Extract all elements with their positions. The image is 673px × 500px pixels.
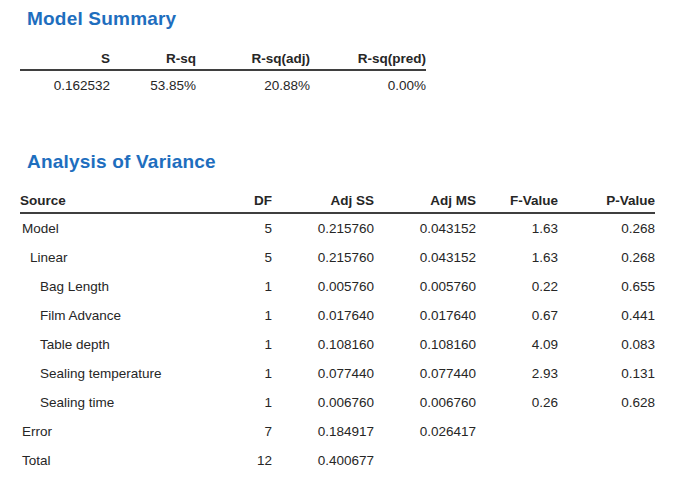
source-cell: Bag Length (20, 271, 235, 300)
anova-title: Analysis of Variance (27, 151, 673, 173)
f-value-cell (476, 416, 558, 445)
table-row: Film Advance10.0176400.0176400.670.441 (20, 300, 655, 329)
adj-ss-cell: 0.005760 (272, 271, 374, 300)
df-cell: 5 (235, 213, 272, 242)
source-cell: Linear (20, 242, 235, 271)
adj-ms-cell: 0.017640 (374, 300, 476, 329)
f-value-cell: 1.63 (476, 213, 558, 242)
header-row: Source DF Adj SS Adj MS F-Value P-Value (20, 187, 655, 213)
s-value-cell: 0.162532 (20, 70, 110, 97)
adj-ms-cell: 0.026417 (374, 416, 476, 445)
f-value-cell: 2.93 (476, 358, 558, 387)
table-row: Bag Length10.0057600.0057600.220.655 (20, 271, 655, 300)
column-header-source: Source (20, 187, 235, 213)
source-cell: Model (20, 213, 235, 242)
adj-ms-cell (374, 445, 476, 474)
source-cell: Error (20, 416, 235, 445)
minitab-output-pane: Model Summary S R-sq R-sq(adj) R-sq(pred… (0, 0, 673, 474)
adj-ms-cell: 0.108160 (374, 329, 476, 358)
anova-section: Analysis of Variance Source DF Adj SS Ad… (20, 151, 673, 474)
df-cell: 7 (235, 416, 272, 445)
p-value-cell: 0.628 (558, 387, 655, 416)
table-row: Linear50.2157600.0431521.630.268 (20, 242, 655, 271)
table-row: Error70.1849170.026417 (20, 416, 655, 445)
p-value-cell: 0.655 (558, 271, 655, 300)
df-cell: 1 (235, 387, 272, 416)
column-header-p-value: P-Value (558, 187, 655, 213)
adj-ss-cell: 0.006760 (272, 387, 374, 416)
table-row: Total120.400677 (20, 445, 655, 474)
table-row: 0.162532 53.85% 20.88% 0.00% (20, 70, 426, 97)
adj-ss-cell: 0.184917 (272, 416, 374, 445)
source-cell: Total (20, 445, 235, 474)
adj-ss-cell: 0.400677 (272, 445, 374, 474)
adj-ss-cell: 0.077440 (272, 358, 374, 387)
f-value-cell (476, 445, 558, 474)
adj-ms-cell: 0.077440 (374, 358, 476, 387)
f-value-cell: 0.22 (476, 271, 558, 300)
column-header-rsq: R-sq (110, 46, 196, 70)
df-cell: 1 (235, 300, 272, 329)
adj-ms-cell: 0.043152 (374, 242, 476, 271)
table-row: Sealing temperature10.0774400.0774402.93… (20, 358, 655, 387)
source-cell: Sealing time (20, 387, 235, 416)
source-cell: Sealing temperature (20, 358, 235, 387)
df-cell: 12 (235, 445, 272, 474)
p-value-cell: 0.441 (558, 300, 655, 329)
p-value-cell (558, 416, 655, 445)
df-cell: 1 (235, 329, 272, 358)
header-row: S R-sq R-sq(adj) R-sq(pred) (20, 46, 426, 70)
df-cell: 5 (235, 242, 272, 271)
source-cell: Table depth (20, 329, 235, 358)
model-summary-title: Model Summary (27, 8, 673, 30)
adj-ss-cell: 0.215760 (272, 242, 374, 271)
df-cell: 1 (235, 358, 272, 387)
adj-ss-cell: 0.215760 (272, 213, 374, 242)
adj-ms-cell: 0.006760 (374, 387, 476, 416)
adj-ms-cell: 0.043152 (374, 213, 476, 242)
rsq-value-cell: 53.85% (110, 70, 196, 97)
p-value-cell: 0.131 (558, 358, 655, 387)
p-value-cell: 0.268 (558, 213, 655, 242)
column-header-s: S (20, 46, 110, 70)
rsq-adj-value-cell: 20.88% (196, 70, 310, 97)
column-header-df: DF (235, 187, 272, 213)
p-value-cell: 0.268 (558, 242, 655, 271)
f-value-cell: 0.26 (476, 387, 558, 416)
source-cell: Film Advance (20, 300, 235, 329)
anova-table: Source DF Adj SS Adj MS F-Value P-Value … (20, 187, 655, 474)
f-value-cell: 1.63 (476, 242, 558, 271)
model-summary-section: Model Summary S R-sq R-sq(adj) R-sq(pred… (20, 8, 673, 97)
column-header-rsq-adj: R-sq(adj) (196, 46, 310, 70)
p-value-cell (558, 445, 655, 474)
table-row: Table depth10.1081600.1081604.090.083 (20, 329, 655, 358)
adj-ss-cell: 0.108160 (272, 329, 374, 358)
p-value-cell: 0.083 (558, 329, 655, 358)
column-header-f-value: F-Value (476, 187, 558, 213)
rsq-pred-value-cell: 0.00% (310, 70, 426, 97)
adj-ms-cell: 0.005760 (374, 271, 476, 300)
f-value-cell: 4.09 (476, 329, 558, 358)
f-value-cell: 0.67 (476, 300, 558, 329)
table-row: Sealing time10.0067600.0067600.260.628 (20, 387, 655, 416)
adj-ss-cell: 0.017640 (272, 300, 374, 329)
model-summary-table: S R-sq R-sq(adj) R-sq(pred) 0.162532 53.… (20, 46, 426, 97)
df-cell: 1 (235, 271, 272, 300)
column-header-rsq-pred: R-sq(pred) (310, 46, 426, 70)
column-header-adj-ms: Adj MS (374, 187, 476, 213)
column-header-adj-ss: Adj SS (272, 187, 374, 213)
table-row: Model50.2157600.0431521.630.268 (20, 213, 655, 242)
